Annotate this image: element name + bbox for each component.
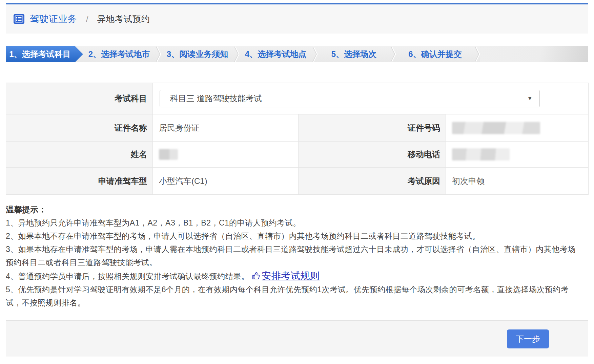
id-type-label: 证件名称 [6, 114, 153, 142]
phone-label: 移动电话 [299, 142, 446, 168]
step-6-confirm-submit: 6、确认并提交 [396, 46, 474, 62]
applicant-info-table: 考试科目 科目三 道路驾驶技能考试 ▼ 证件名称 居民身份证 证件号码 姓名 移… [6, 83, 589, 195]
tips-section: 温馨提示： 1、异地预约只允许申请准驾车型为A1，A2，A3，B1，B2，C1的… [6, 195, 577, 309]
tip-item-4-text: 4、普通预约学员申请后，按照相关规则安排考试确认最终预约结果。 [6, 272, 249, 281]
id-type-value: 居民身份证 [153, 114, 299, 142]
id-number-label: 证件号码 [299, 114, 446, 142]
tip-item-1: 1、异地预约只允许申请准驾车型为A1，A2，A3，B1，B2，C1的申请人预约考… [6, 216, 577, 230]
step-2-label: 2、选择考试地市 [88, 49, 150, 60]
exam-subject-selected-value: 科目三 道路驾驶技能考试 [170, 93, 262, 104]
exam-subject-label: 考试科目 [6, 83, 153, 114]
exam-reason-value: 初次申领 [446, 168, 589, 195]
step-4-label: 4、选择考试地点 [245, 49, 306, 60]
next-step-button[interactable]: 下一步 [507, 329, 549, 348]
tip-item-4: 4、普通预约学员申请后，按照相关规则安排考试确认最终预约结果。安排考试规则 [6, 269, 577, 283]
step-6-label: 6、确认并提交 [408, 49, 462, 60]
breadcrumb-separator: / [86, 14, 88, 24]
step-5-select-session: 5、选择场次 [318, 46, 390, 62]
vehicle-type-value: 小型汽车(C1) [153, 168, 299, 195]
thumbs-up-icon [252, 272, 261, 280]
exam-rule-link[interactable]: 安排考试规则 [252, 271, 320, 281]
id-number-redacted-value [452, 122, 540, 134]
tips-title: 温馨提示： [6, 203, 577, 216]
exam-subject-select[interactable]: 科目三 道路驾驶技能考试 ▼ [160, 90, 540, 107]
breadcrumb-current-page: 异地考试预约 [97, 14, 150, 25]
exam-reason-label: 考试原因 [299, 168, 446, 195]
bottom-action-bar: 下一步 [6, 320, 588, 357]
step-chevron-icon [312, 46, 318, 62]
step-1-select-subject: 1、选择考试科目 [6, 46, 83, 62]
step-chevron-icon [155, 46, 161, 62]
license-business-icon [13, 14, 25, 24]
phone-redacted-value [452, 148, 510, 160]
name-label: 姓名 [6, 142, 153, 168]
dropdown-caret-icon: ▼ [527, 95, 533, 102]
vehicle-type-label: 申请准驾车型 [6, 168, 153, 195]
tip-item-3: 3、如果本地存在申请准驾车型的考场，申请人需在本地预约科目二或者科目三道路驾驶技… [6, 243, 577, 269]
step-chevron-icon [233, 46, 240, 62]
exam-rule-link-label: 安排考试规则 [262, 271, 320, 281]
tip-item-5: 5、优先预约是针对学习驾驶证明有效期不足6个月的，在有效期内每个科目允许优先预约… [6, 283, 577, 309]
step-4-select-site: 4、选择考试地点 [240, 46, 312, 62]
step-chevron-icon [474, 46, 480, 62]
step-1-label: 1、选择考试科目 [9, 49, 70, 60]
step-3-label: 3、阅读业务须知 [167, 49, 228, 60]
step-5-label: 5、选择场次 [331, 49, 376, 60]
step-3-read-notice: 3、阅读业务须知 [161, 46, 233, 62]
tip-item-2: 2、如果本地不存在申请准驾车型的考场，申请人可以选择省（自治区、直辖市）内其他考… [6, 230, 577, 243]
step-chevron-icon [390, 46, 396, 62]
step-wizard: 1、选择考试科目 2、选择考试地市 3、阅读业务须知 4、选择考试地点 5、选择… [6, 46, 588, 62]
breadcrumb: 驾驶证业务 / 异地考试预约 [6, 4, 588, 34]
exam-booking-page: 驾驶证业务 / 异地考试预约 1、选择考试科目 2、选择考试地市 3、阅读业务须… [0, 0, 594, 364]
breadcrumb-license-business[interactable]: 驾驶证业务 [30, 13, 77, 25]
name-redacted-value [159, 149, 178, 160]
step-2-select-city: 2、选择考试地市 [83, 46, 155, 62]
step-bar-filler [480, 46, 588, 62]
